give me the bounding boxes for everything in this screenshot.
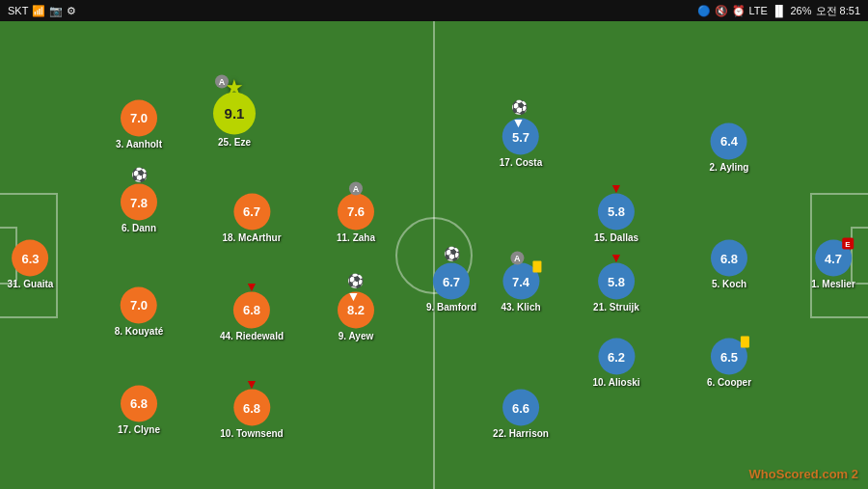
status-bar: SKT 📶 📷 ⚙ 🔵 🔇 ⏰ LTE ▐▌ 26% 오전 8:51 (0, 0, 868, 21)
player-label-eze: 25. Eze (218, 136, 251, 147)
yellow-card-cooper (741, 337, 749, 348)
player-eze: ★ A 9.1 25. Eze (213, 92, 256, 147)
player-mcarthur: 6.7 18. McArthur (222, 193, 281, 242)
sub-arrow-dallas: ▼ (610, 179, 623, 195)
player-cooper: 6.5 6. Cooper (707, 339, 751, 388)
player-bamford: ⚽ 6.7 9. Bamford (426, 263, 476, 312)
player-label-aanholt: 3. Aanholt (116, 138, 162, 149)
player-circle-zaha: A 7.6 (338, 193, 374, 230)
player-label-ayew: 9. Ayew (339, 330, 374, 340)
player-label-guaita: 31. Guaita (8, 279, 54, 289)
player-circle-bamford: ⚽ 6.7 (433, 263, 470, 300)
yellow-card-klich (532, 261, 541, 273)
player-circle-struijk: ▼ 5.8 (598, 263, 635, 300)
player-circle-townsend: ▼ 6.8 (233, 390, 270, 426)
sub-arrow-townsend: ▼ (245, 376, 258, 392)
player-klich: A 7.4 43. Klich (501, 263, 540, 312)
whoscored-watermark: WhoScored.com 2 (749, 467, 858, 481)
player-circle-meslier: E 4.7 (815, 240, 852, 277)
time-label: 오전 8:51 (816, 4, 860, 18)
player-zaha: A 7.6 11. Zaha (337, 193, 375, 242)
player-ayew: ⚽▼ 8.2 9. Ayew (338, 291, 374, 340)
player-label-ayling: 2. Ayling (710, 161, 749, 172)
player-circle-clyne: 6.8 (121, 385, 157, 421)
battery-label: 26% (791, 5, 812, 16)
player-label-alioski: 10. Alioski (592, 377, 639, 388)
player-label-koch: 5. Koch (712, 279, 746, 289)
player-label-struijk: 21. Struijk (593, 302, 639, 312)
watermark-text: WhoScored (749, 467, 819, 481)
player-dallas: ▼ 5.8 15. Dallas (594, 193, 638, 242)
player-label-townsend: 10. Townsend (220, 428, 283, 439)
player-guaita: 6.3 31. Guaita (8, 240, 54, 289)
player-costa: ⚽▼ 5.7 17. Costa (500, 119, 542, 168)
alarm-icon: ⏰ (732, 5, 746, 17)
player-circle-klich: A 7.4 (502, 263, 539, 300)
player-label-klich: 43. Klich (501, 302, 540, 312)
player-circle-guaita: 6.3 (13, 240, 49, 277)
player-label-bamford: 9. Bamford (426, 302, 476, 312)
ball-icon-bamford: ⚽ (444, 246, 460, 261)
player-harrison: 6.6 22. Harrison (493, 390, 549, 439)
player-label-harrison: 22. Harrison (493, 428, 549, 439)
player-alioski: 6.2 10. Alioski (592, 339, 639, 388)
player-label-zaha: 11. Zaha (337, 231, 375, 242)
status-left: SKT 📶 📷 ⚙ (8, 5, 76, 17)
player-kouyate: 7.0 8. Kouyaté (115, 286, 164, 336)
player-circle-aanholt: 7.0 (121, 99, 157, 136)
ball-icon-costa: ⚽▼ (511, 99, 529, 130)
pitch: 6.3 31. Guaita 6.8 17. Clyne 7.0 8. Kouy… (0, 21, 868, 489)
player-townsend: ▼ 6.8 10. Townsend (220, 390, 283, 439)
watermark-domain: .com (819, 467, 848, 481)
player-circle-eze: 9.1 (213, 92, 256, 134)
player-circle-koch: 6.8 (711, 240, 747, 277)
player-label-riedewald: 44. Riedewald (220, 330, 284, 340)
player-clyne: 6.8 17. Clyne (118, 385, 160, 434)
camera-icon: 📷 (49, 5, 63, 17)
badge-assist-zaha: A (349, 181, 363, 195)
player-ayling: 6.4 2. Ayling (710, 122, 749, 172)
player-circle-kouyate: 7.0 (121, 286, 157, 323)
signal-bars: ▐▌ (772, 5, 787, 16)
player-meslier: E 4.7 1. Meslier (811, 240, 855, 289)
settings-icon: ⚙ (67, 5, 76, 17)
carrier-label: SKT (8, 5, 28, 16)
player-aanholt: 7.0 3. Aanholt (116, 99, 162, 149)
player-circle-dann: ⚽ 7.8 (121, 184, 157, 221)
player-label-dallas: 15. Dallas (594, 231, 638, 242)
volume-icon: 🔇 (715, 5, 728, 17)
signal-icon: 📶 (32, 5, 45, 17)
player-label-cooper: 6. Cooper (707, 377, 751, 388)
player-struijk: ▼ 5.8 21. Struijk (593, 263, 639, 312)
player-circle-costa: ⚽▼ 5.7 (502, 119, 539, 155)
player-circle-mcarthur: 6.7 (233, 193, 270, 230)
player-label-kouyate: 8. Kouyaté (115, 325, 164, 336)
bluetooth-icon: 🔵 (697, 5, 711, 17)
player-label-mcarthur: 18. McArthur (222, 231, 281, 242)
player-label-costa: 17. Costa (500, 157, 542, 168)
player-riedewald: ▼ 6.8 44. Riedewald (220, 291, 284, 340)
player-label-meslier: 1. Meslier (811, 279, 855, 289)
ball-icon-ayew: ⚽▼ (347, 272, 366, 303)
player-circle-harrison: 6.6 (502, 390, 539, 426)
sub-arrow-struijk: ▼ (610, 250, 623, 265)
player-circle-cooper: 6.5 (711, 339, 747, 375)
player-circle-riedewald: ▼ 6.8 (233, 291, 270, 328)
badge-assist-klich: A (510, 252, 524, 265)
status-right: 🔵 🔇 ⏰ LTE ▐▌ 26% 오전 8:51 (697, 4, 860, 18)
sub-arrow-riedewald: ▼ (245, 278, 258, 293)
watermark-icon: 2 (852, 467, 858, 481)
lte-label: LTE (749, 5, 768, 16)
player-circle-alioski: 6.2 (598, 339, 635, 375)
ball-icon-dann: ⚽ (131, 167, 148, 182)
badge-e-meslier: E (842, 238, 854, 250)
player-koch: 6.8 5. Koch (711, 240, 747, 289)
player-dann: ⚽ 7.8 6. Dann (121, 184, 157, 233)
badge-assist-eze: A (215, 74, 229, 88)
player-circle-dallas: ▼ 5.8 (598, 193, 635, 230)
player-circle-ayew: ⚽▼ 8.2 (338, 291, 374, 328)
player-label-dann: 6. Dann (122, 223, 156, 233)
player-label-clyne: 17. Clyne (118, 423, 160, 434)
player-circle-ayling: 6.4 (711, 122, 747, 159)
